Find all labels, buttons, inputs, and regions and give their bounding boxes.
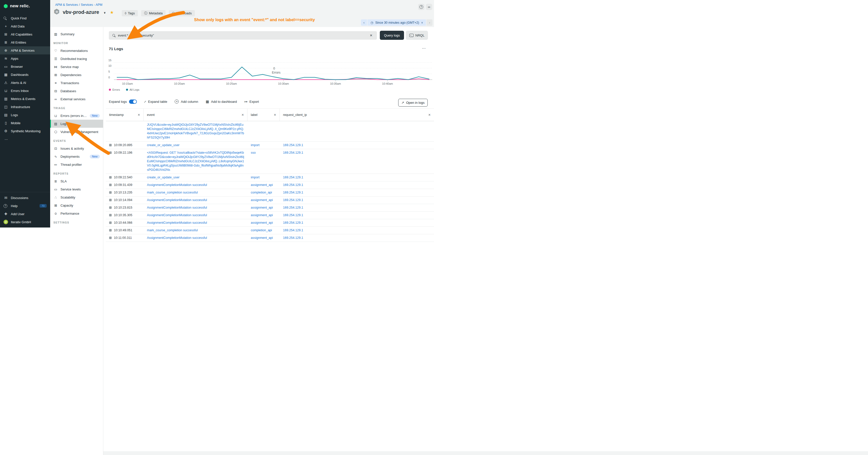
sidebar-item-quick-find[interactable]: Quick Find: [0, 14, 50, 22]
time-range-button[interactable]: ◷ Since 30 minutes ago (GMT+2) ∨: [368, 20, 426, 26]
logs-search-input[interactable]: event:* -"label":"security" ✕: [109, 31, 377, 39]
sidebar-item-discussions[interactable]: ✉Discussions: [0, 194, 50, 202]
nrql-button[interactable]: >_ NRQL: [406, 31, 428, 40]
event-link[interactable]: AssignmentCompletionMutation successful: [147, 221, 244, 225]
table-row[interactable]: 10:09:22.196<ASGIRequest: GET '/sso/call…: [106, 149, 434, 174]
remove-column-icon[interactable]: ✕: [426, 113, 431, 117]
permalink-button[interactable]: ∞: [426, 4, 432, 10]
favorite-star-icon[interactable]: ★: [110, 10, 114, 15]
table-row[interactable]: 10:09:31.439AssignmentCompletionMutation…: [106, 182, 434, 189]
request-ip-link[interactable]: 169.254.129.1: [283, 175, 431, 180]
label-link[interactable]: import: [251, 143, 277, 148]
sidebar-item-mobile[interactable]: ▯Mobile: [0, 119, 50, 127]
event-link[interactable]: mark_course_completion successful: [147, 191, 244, 195]
subnav-item-service-levels[interactable]: ▭Service levels: [50, 185, 103, 193]
subnav-item-logs[interactable]: ▤Logs: [50, 120, 103, 128]
table-row[interactable]: 10:10:23.815AssignmentCompletionMutation…: [106, 204, 434, 212]
sidebar-item-iterativ-gmbh[interactable]: ⊘Iterativ GmbH: [0, 218, 50, 226]
subnav-item-recommendations[interactable]: ♡Recommendations: [50, 46, 103, 55]
sidebar-item-add-data[interactable]: +Add Data: [0, 22, 50, 30]
label-link[interactable]: assignment_api: [251, 198, 277, 202]
request-ip-link[interactable]: 169.254.129.1: [283, 183, 431, 187]
request-ip-link[interactable]: 169.254.129.1: [283, 221, 431, 225]
event-link[interactable]: JUQVU&code=eyJraWQiOiJjcGltY29yZV8wOTI1M…: [147, 123, 244, 140]
toggle-on-icon[interactable]: [129, 99, 137, 104]
sidebar-item-alerts-ai[interactable]: ⚠Alerts & AI: [0, 78, 50, 87]
label-link[interactable]: completion_api: [251, 191, 277, 195]
label-link[interactable]: import: [251, 175, 277, 180]
expand-table-button[interactable]: ↕ Expand table: [145, 99, 167, 103]
expand-logs-toggle[interactable]: Expand logs: [109, 99, 137, 104]
subnav-item-external-services[interactable]: ∞External services: [50, 95, 103, 103]
subnav-item-scalability[interactable]: ∴Scalability: [50, 193, 103, 201]
event-link[interactable]: AssignmentCompletionMutation successful: [147, 183, 244, 187]
query-logs-button[interactable]: Query logs: [380, 31, 404, 40]
subnav-item-errors-errors-inb[interactable]: ⊔Errors (errors inb...New: [50, 111, 103, 120]
time-back-button[interactable]: ‹: [361, 20, 367, 26]
request-ip-link[interactable]: 169.254.129.1: [283, 213, 431, 218]
table-row[interactable]: 10:10:13.235mark_course_completion succe…: [106, 189, 434, 196]
breadcrumb-apm-services[interactable]: APM & Services: [55, 3, 78, 6]
subnav-item-dependencies[interactable]: ⊞Dependencies: [50, 71, 103, 79]
sidebar-item-apps[interactable]: ≋Apps: [0, 55, 50, 63]
remove-column-icon[interactable]: ✕: [135, 113, 140, 117]
sidebar-item-logs[interactable]: ▤Logs: [0, 111, 50, 119]
subnav-item-databases[interactable]: ⊟Databases: [50, 87, 103, 95]
sidebar-item-help[interactable]: ?Help70: [0, 202, 50, 210]
sidebar-item-metrics-events[interactable]: ▥Metrics & Events: [0, 95, 50, 103]
open-in-logs-button[interactable]: ↗ Open in logs: [398, 99, 428, 106]
metadata-button[interactable]: ⓘMetadata: [141, 10, 165, 17]
sidebar-item-all-entities[interactable]: ≣All Entities: [0, 38, 50, 46]
title-chevron-down-icon[interactable]: ∨: [103, 11, 106, 14]
subnav-item-vulnerability-management[interactable]: ⬡Vulnerability Management: [50, 128, 103, 136]
add-column-button[interactable]: + Add column: [175, 99, 198, 103]
subnav-item-performance[interactable]: ≎Performance: [50, 209, 103, 218]
table-row[interactable]: 10:10:35.305AssignmentCompletionMutation…: [106, 212, 434, 219]
label-link[interactable]: assignment_api: [251, 183, 277, 187]
request-ip-link[interactable]: 169.254.129.1: [283, 143, 431, 148]
remove-column-icon[interactable]: ✕: [239, 113, 244, 117]
clear-search-icon[interactable]: ✕: [369, 33, 373, 37]
sidebar-item-infrastructure[interactable]: ◫Infrastructure: [0, 103, 50, 111]
subnav-item-thread-profiler[interactable]: ≔Thread profiler: [50, 161, 103, 168]
subnav-item-sla[interactable]: ≣SLA: [50, 177, 103, 185]
table-row[interactable]: 10:10:49.051mark_course_completion succe…: [106, 227, 434, 228]
table-row[interactable]: JUQVU&code=eyJraWQiOiJjcGltY29yZV8wOTI1M…: [106, 121, 434, 141]
table-row[interactable]: 10:10:44.066AssignmentCompletionMutation…: [106, 219, 434, 227]
breadcrumb-services-apm[interactable]: Services - APM: [81, 3, 102, 6]
event-link[interactable]: create_or_update_user: [147, 175, 244, 180]
subnav-item-issues-activity[interactable]: ⊡Issues & activity: [50, 144, 103, 153]
time-forward-button[interactable]: ›: [427, 20, 433, 26]
remove-column-icon[interactable]: ✕: [271, 113, 276, 117]
event-link[interactable]: AssignmentCompletionMutation successful: [147, 213, 244, 218]
table-row[interactable]: 10:09:22.540create_or_update_userimport1…: [106, 174, 434, 182]
workloads-button[interactable]: ⬡Workloads: [169, 10, 195, 17]
request-ip-link[interactable]: 169.254.129.1: [283, 191, 431, 195]
sidebar-item-dashboards[interactable]: ▦Dashboards: [0, 70, 50, 78]
table-row[interactable]: 10:10:14.094AssignmentCompletionMutation…: [106, 196, 434, 204]
search-query-value[interactable]: event:* -"label":"security": [118, 33, 369, 37]
request-ip-link[interactable]: 169.254.129.1: [283, 151, 431, 155]
add-to-dashboard-button[interactable]: ▦ Add to dashboard: [206, 99, 237, 103]
panel-menu-ellipsis[interactable]: ⋯: [422, 46, 426, 51]
request-ip-link[interactable]: 169.254.129.1: [283, 205, 431, 210]
subnav-item-distributed-tracing[interactable]: ☰Distributed tracing: [50, 55, 103, 63]
subnav-item-transactions[interactable]: ≡Transactions: [50, 79, 103, 87]
sidebar-item-errors-inbox[interactable]: ⊔Errors Inbox: [0, 87, 50, 95]
event-link[interactable]: create_or_update_user: [147, 143, 244, 148]
subnav-item-capacity[interactable]: ⊠Capacity: [50, 201, 103, 209]
table-row[interactable]: 10:09:20.895create_or_update_userimport1…: [106, 141, 434, 149]
event-link[interactable]: <ASGIRequest: GET '/sso/callback/?state=…: [147, 151, 244, 172]
new-relic-logo[interactable]: ⬢ new relic.: [0, 0, 50, 8]
subnav-item-summary[interactable]: ▥Summary: [50, 30, 103, 38]
sidebar-item-add-user[interactable]: ✚Add User: [0, 210, 50, 218]
subnav-item-deployments[interactable]: ∿DeploymentsNew: [50, 153, 103, 161]
label-link[interactable]: assignment_api: [251, 205, 277, 210]
label-link[interactable]: assignment_api: [251, 221, 277, 225]
event-link[interactable]: AssignmentCompletionMutation successful: [147, 205, 244, 210]
sidebar-item-all-capabilities[interactable]: ⊞All Capabilities: [0, 30, 50, 38]
sidebar-item-apm-services[interactable]: ⊕APM & Services: [0, 46, 50, 55]
subnav-item-service-map[interactable]: ⋈Service map: [50, 63, 103, 71]
label-link[interactable]: assignment_api: [251, 213, 277, 218]
export-button[interactable]: ↦ Export: [245, 99, 259, 103]
